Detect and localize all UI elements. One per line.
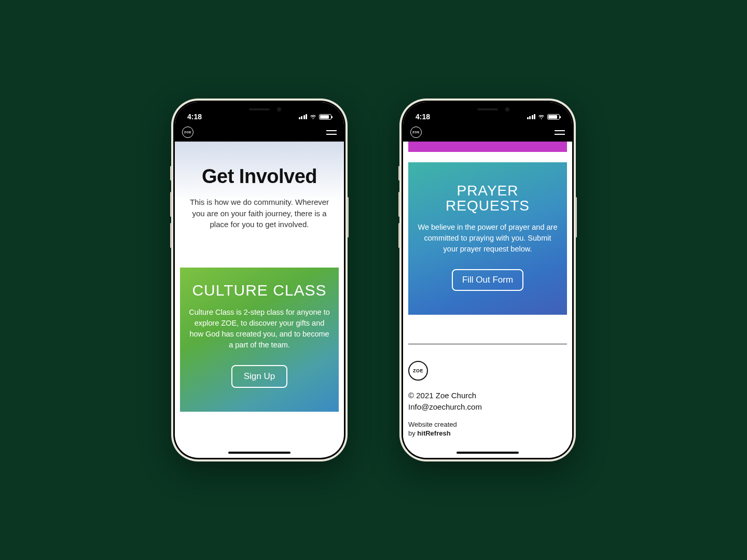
page-description: This is how we do community. Wherever yo… xyxy=(187,197,331,230)
footer: ZOE © 2021 Zoe Church Info@zoechurch.com… xyxy=(403,344,572,438)
hero-section: Get Involved This is how we do community… xyxy=(175,142,344,243)
wifi-icon xyxy=(537,114,545,120)
notch xyxy=(218,102,301,117)
battery-icon xyxy=(547,114,560,120)
page-title: Get Involved xyxy=(187,166,331,187)
footer-logo[interactable]: ZOE xyxy=(408,361,428,381)
home-indicator[interactable] xyxy=(228,452,290,454)
phone-mockup-left: 4:18 ZOE Get Involved This is how we do … xyxy=(171,99,348,461)
status-time: 4:18 xyxy=(187,113,202,121)
sign-up-button[interactable]: Sign Up xyxy=(231,365,287,388)
wifi-icon xyxy=(309,114,317,120)
volume-down xyxy=(170,223,172,248)
fill-out-form-button[interactable]: Fill Out Form xyxy=(452,269,523,291)
website-credit: Website created by hitRefresh xyxy=(408,421,567,438)
contact-email[interactable]: Info@zoechurch.com xyxy=(408,401,567,413)
credit-link[interactable]: hitRefresh xyxy=(417,429,450,437)
footer-info: © 2021 Zoe Church Info@zoechurch.com xyxy=(408,390,567,413)
volume-down xyxy=(398,223,400,248)
mute-switch xyxy=(170,166,172,180)
phone-mockup-right: 4:18 ZOE PRAYER REQUESTS We believe in t… xyxy=(399,99,576,461)
logo[interactable]: ZOE xyxy=(182,127,193,138)
power-button xyxy=(575,197,577,237)
card-title: PRAYER REQUESTS xyxy=(418,183,558,214)
card-title: CULTURE CLASS xyxy=(187,282,331,299)
culture-class-card: CULTURE CLASS Culture Class is 2-step cl… xyxy=(180,268,339,412)
copyright: © 2021 Zoe Church xyxy=(408,390,567,401)
home-indicator[interactable] xyxy=(457,452,519,454)
previous-card-strip xyxy=(408,142,567,152)
status-indicators xyxy=(299,114,332,120)
notch xyxy=(446,102,529,117)
page-content: PRAYER REQUESTS We believe in the power … xyxy=(403,142,572,458)
cellular-icon xyxy=(527,114,536,119)
status-indicators xyxy=(527,114,560,120)
prayer-requests-card: PRAYER REQUESTS We believe in the power … xyxy=(408,162,567,315)
mute-switch xyxy=(398,166,400,180)
cellular-icon xyxy=(299,114,308,119)
app-header: ZOE xyxy=(403,126,572,142)
menu-icon[interactable] xyxy=(555,130,565,135)
volume-up xyxy=(170,192,172,217)
status-time: 4:18 xyxy=(416,113,430,121)
menu-icon[interactable] xyxy=(326,130,337,135)
page-content: Get Involved This is how we do community… xyxy=(175,142,344,458)
power-button xyxy=(347,197,349,237)
card-description: Culture Class is 2-step class for anyone… xyxy=(187,307,331,351)
footer-divider xyxy=(408,344,567,344)
battery-icon xyxy=(319,114,331,120)
volume-up xyxy=(398,192,400,217)
logo[interactable]: ZOE xyxy=(410,127,422,138)
card-description: We believe in the power of prayer and ar… xyxy=(418,222,558,255)
app-header: ZOE xyxy=(175,126,344,142)
